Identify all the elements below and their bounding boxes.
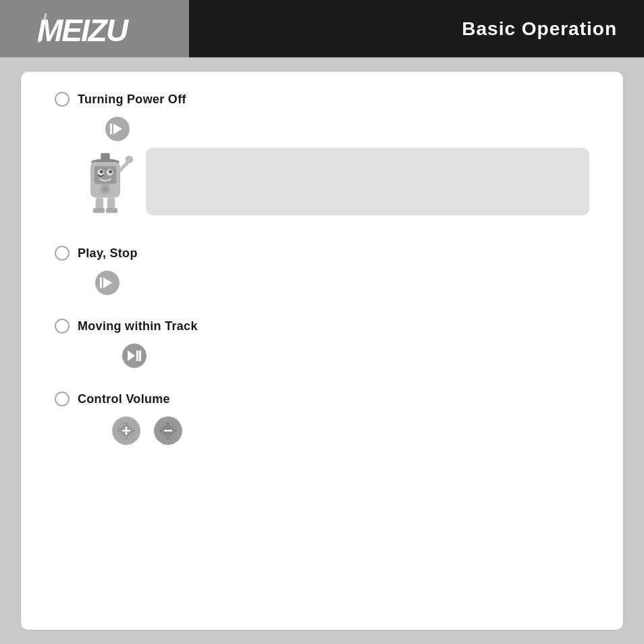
power-info-box (146, 148, 589, 215)
svg-point-41 (175, 430, 177, 432)
svg-point-34 (133, 430, 135, 432)
svg-marker-3 (113, 124, 122, 134)
svg-point-15 (103, 186, 108, 192)
main-area: Turning Power Off (0, 57, 644, 644)
section-header-play: Play, Stop (55, 246, 589, 261)
section-header-power: Turning Power Off (55, 92, 589, 107)
svg-point-17 (126, 155, 133, 163)
svg-point-31 (126, 423, 128, 425)
section-header-volume: Control Volume (55, 392, 589, 406)
svg-point-12 (100, 170, 103, 173)
play-icon-symbol (100, 277, 115, 289)
svg-point-33 (118, 430, 120, 432)
meizu-logo: MEIZU (34, 10, 155, 47)
svg-marker-24 (128, 350, 135, 361)
svg-rect-25 (136, 350, 138, 361)
content-card: Turning Power Off (20, 71, 624, 630)
volume-up-symbol (117, 421, 136, 440)
section-volume: Control Volume (55, 392, 589, 445)
volume-down-symbol (159, 421, 178, 440)
mascot-svg (75, 148, 136, 222)
section-title-power: Turning Power Off (78, 92, 186, 107)
section-title-play: Play, Stop (78, 246, 138, 261)
svg-text:MEIZU: MEIZU (37, 13, 130, 47)
svg-point-32 (126, 437, 128, 439)
section-header-track: Moving within Track (55, 319, 589, 333)
section-title-volume: Control Volume (78, 392, 170, 406)
volume-icons-area (55, 417, 589, 445)
header: MEIZU Basic Operation (0, 0, 644, 57)
svg-marker-23 (103, 277, 112, 288)
mascot-content-area (55, 148, 589, 222)
play-stop-icon (95, 271, 119, 295)
page-title: Basic Operation (462, 18, 617, 40)
section-play-stop: Play, Stop (55, 246, 589, 295)
svg-rect-5 (101, 153, 109, 162)
section-moving-track: Moving within Track (55, 319, 589, 368)
radio-track[interactable] (55, 319, 70, 333)
radio-power[interactable] (55, 92, 70, 107)
svg-point-38 (167, 423, 169, 425)
power-icon-row (55, 117, 589, 141)
skip-next-symbol (127, 350, 142, 362)
section-title-track: Moving within Track (78, 319, 198, 333)
svg-rect-20 (93, 208, 105, 213)
section-turning-power-off: Turning Power Off (55, 92, 589, 222)
volume-up-icon (112, 417, 140, 445)
track-icons-area (55, 344, 589, 368)
svg-rect-21 (106, 208, 117, 213)
title-bar: Basic Operation (189, 0, 644, 57)
mascot-figure (75, 148, 136, 222)
logo-area: MEIZU (0, 0, 189, 57)
svg-point-39 (167, 437, 169, 439)
svg-point-40 (160, 430, 162, 432)
svg-rect-26 (139, 350, 141, 361)
volume-down-icon (154, 417, 182, 445)
svg-point-13 (109, 170, 112, 173)
svg-rect-22 (100, 277, 102, 288)
play-skip-symbol (110, 123, 125, 135)
skip-next-icon (122, 344, 146, 368)
play-icons-area (55, 271, 589, 295)
radio-volume[interactable] (55, 392, 70, 406)
radio-play[interactable] (55, 246, 70, 261)
svg-rect-2 (110, 124, 112, 134)
power-play-skip-icon (105, 117, 130, 141)
